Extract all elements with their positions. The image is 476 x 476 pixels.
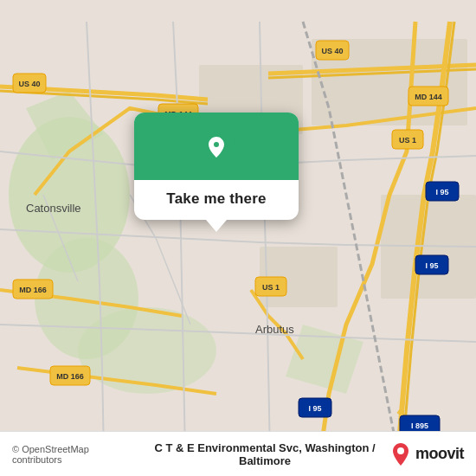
svg-point-39 (397, 447, 404, 454)
svg-text:MD 166: MD 166 (56, 372, 84, 381)
svg-text:I 95: I 95 (435, 188, 448, 196)
svg-text:US 40: US 40 (18, 80, 40, 88)
svg-text:US 1: US 1 (399, 136, 416, 145)
map-attribution: © OpenStreetMap contributors (12, 444, 138, 465)
svg-text:I 895: I 895 (411, 421, 428, 430)
svg-point-4 (78, 307, 216, 394)
svg-text:US 1: US 1 (262, 283, 280, 292)
map-background: US 40 US 40 MD 144 MD 144 US 1 I 95 I 95… (0, 0, 476, 476)
moovit-logo: moovit (391, 443, 464, 466)
callout-header (134, 113, 299, 180)
map-container: US 40 US 40 MD 144 MD 144 US 1 I 95 I 95… (0, 0, 476, 476)
svg-text:I 95: I 95 (308, 404, 321, 413)
svg-text:Arbutus: Arbutus (255, 323, 294, 336)
svg-text:I 95: I 95 (425, 261, 438, 270)
location-title: C T & E Environmental Svc, Washington / … (138, 441, 391, 467)
take-me-there-button[interactable]: Take me there (166, 190, 266, 208)
svg-point-38 (213, 141, 220, 148)
svg-text:Catonsville: Catonsville (26, 202, 81, 215)
attribution-area: © OpenStreetMap contributors (12, 444, 138, 465)
moovit-brand-text: moovit (415, 445, 464, 463)
location-callout[interactable]: Take me there (134, 113, 299, 220)
location-pin-icon (197, 128, 235, 166)
svg-text:MD 166: MD 166 (19, 286, 47, 294)
bottom-bar: © OpenStreetMap contributors C T & E Env… (0, 431, 476, 476)
svg-text:US 40: US 40 (321, 47, 343, 55)
moovit-pin-icon (391, 443, 410, 466)
svg-text:MD 144: MD 144 (415, 93, 442, 101)
